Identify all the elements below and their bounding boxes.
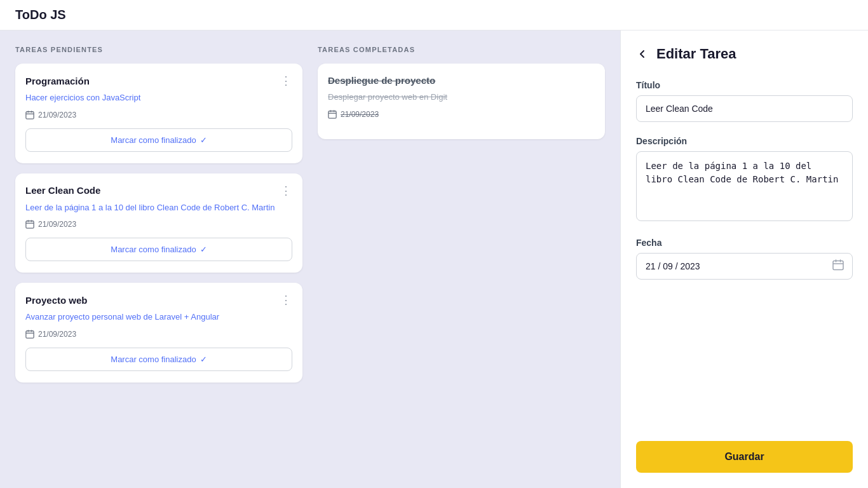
svg-rect-0 [26,111,34,118]
task-desc-proyecto-web: Avanzar proyecto personal web de Laravel… [25,311,292,323]
task-title-clean-code: Leer Clean Code [25,185,100,196]
checkmark-icon-2: ✓ [200,245,207,254]
calendar-icon-2 [25,220,34,229]
pending-tasks-column: TAREAS PENDIENTES Programación ⋮ Hacer e… [15,46,302,473]
fecha-label: Fecha [636,238,853,248]
task-date-clean-code: 21/09/2023 [25,220,292,229]
mark-done-label-1: Marcar como finalizado [111,135,196,145]
titulo-label: Título [636,80,853,90]
task-date-despliegue: 21/09/2023 [328,110,595,119]
checkmark-icon-3: ✓ [200,355,207,364]
task-menu-button-2[interactable]: ⋮ [280,185,292,196]
task-card-header-1: Programación ⋮ [25,75,292,86]
edit-panel: Editar Tarea Título Descripción Fecha [620,30,868,488]
calendar-icon-1 [25,111,34,119]
svg-rect-2 [26,330,34,337]
save-button[interactable]: Guardar [636,441,853,473]
task-title-proyecto-web: Proyecto web [25,295,88,306]
task-date-text-1: 21/09/2023 [38,111,76,119]
task-date-proyecto-web: 21/09/2023 [25,330,292,339]
tasks-panel: TAREAS PENDIENTES Programación ⋮ Hacer e… [0,30,620,488]
task-card-despliegue: Despliegue de proyecto Desplegar proyect… [318,64,605,139]
calendar-icon-3 [25,330,34,339]
fecha-input[interactable] [636,253,853,280]
svg-rect-3 [329,111,336,118]
task-date-text-2: 21/09/2023 [38,220,76,229]
svg-rect-1 [26,221,34,228]
mark-done-button-3[interactable]: Marcar como finalizado ✓ [25,348,292,371]
app-title: ToDo JS [15,8,66,22]
date-input-wrapper [636,253,853,280]
task-card-header-3: Proyecto web ⋮ [25,294,292,306]
task-date-text-c1: 21/09/2023 [341,110,379,119]
fecha-form-group: Fecha [636,238,853,280]
titulo-input[interactable] [636,95,853,122]
task-menu-button-3[interactable]: ⋮ [280,294,292,306]
edit-panel-spacer [636,294,853,431]
app-body: TAREAS PENDIENTES Programación ⋮ Hacer e… [0,30,868,488]
task-card-header-c1: Despliegue de proyecto [328,75,595,86]
task-menu-button-1[interactable]: ⋮ [280,75,292,86]
descripcion-form-group: Descripción [636,136,853,224]
task-desc-clean-code: Leer de la página 1 a la 10 del libro Cl… [25,201,292,214]
back-button[interactable] [636,48,649,60]
mark-done-button-1[interactable]: Marcar como finalizado ✓ [25,128,292,152]
checkmark-icon-1: ✓ [200,135,207,145]
back-arrow-icon [636,48,649,60]
mark-done-button-2[interactable]: Marcar como finalizado ✓ [25,238,292,261]
task-date-text-3: 21/09/2023 [38,330,76,339]
completed-column-header: TAREAS COMPLETADAS [318,46,605,53]
task-title-despliegue: Despliegue de proyecto [328,75,435,86]
edit-panel-title: Editar Tarea [656,46,736,62]
task-card-header-2: Leer Clean Code ⋮ [25,185,292,196]
task-card-clean-code: Leer Clean Code ⋮ Leer de la página 1 a … [15,173,302,273]
titulo-form-group: Título [636,80,853,122]
task-title-programacion: Programación [25,76,90,86]
app-header: ToDo JS [0,0,868,30]
pending-column-header: TAREAS PENDIENTES [15,46,302,53]
task-desc-programacion: Hacer ejercicios con JavaScript [25,92,292,104]
edit-panel-header: Editar Tarea [636,46,853,62]
mark-done-label-3: Marcar como finalizado [111,355,196,364]
task-date-programacion: 21/09/2023 [25,111,292,119]
descripcion-textarea[interactable] [636,151,853,221]
completed-tasks-column: TAREAS COMPLETADAS Despliegue de proyect… [318,46,605,473]
task-card-programacion: Programación ⋮ Hacer ejercicios con Java… [15,64,302,163]
descripcion-label: Descripción [636,136,853,146]
calendar-icon-c1 [328,110,337,119]
task-desc-despliegue: Desplegar proyecto web en Digit [328,91,595,104]
mark-done-label-2: Marcar como finalizado [111,245,196,254]
task-card-proyecto-web: Proyecto web ⋮ Avanzar proyecto personal… [15,283,302,383]
